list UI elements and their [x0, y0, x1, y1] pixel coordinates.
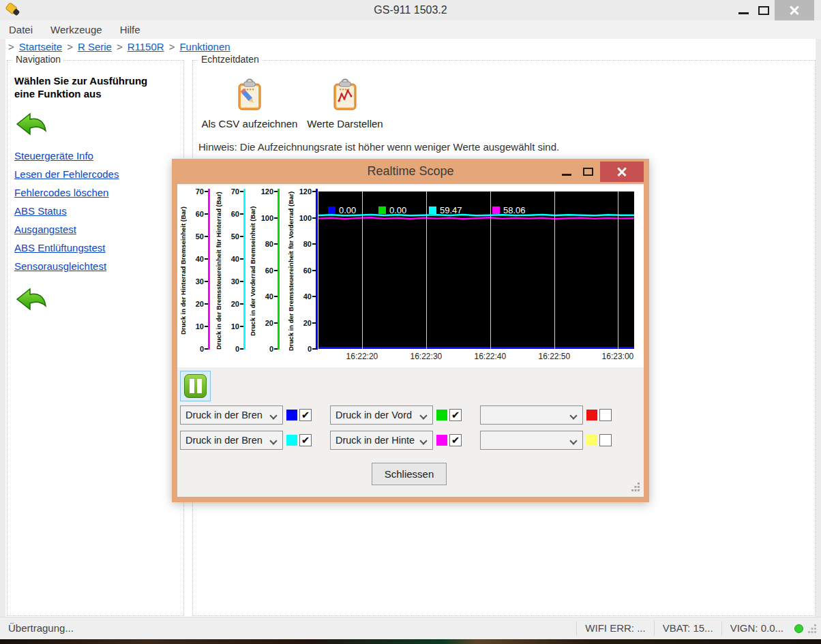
nav-link-ausgangstest[interactable]: Ausgangstest — [14, 220, 177, 239]
signal-color-swatch — [286, 435, 297, 446]
signal-dropdown[interactable]: Druck in der Bren — [180, 405, 283, 425]
signal-dropdown[interactable]: Druck in der Hinte — [330, 431, 433, 450]
chevron-down-icon — [269, 412, 277, 419]
back-arrow-icon[interactable] — [16, 285, 177, 315]
signal-checkbox[interactable] — [599, 409, 612, 421]
series-line-4 — [318, 215, 634, 215]
record-csv-action[interactable]: Als CSV aufzeichnen — [198, 78, 301, 129]
signal-selector — [480, 405, 612, 425]
nav-link-fehlercodes-loeschen[interactable]: Fehlercodes löschen — [14, 183, 177, 202]
maximize-button[interactable] — [754, 1, 775, 19]
y-tick-label: 20 — [265, 319, 273, 328]
y-tick — [312, 296, 316, 297]
navigation-group-label: Navigation — [13, 54, 63, 65]
nav-link-steuergeraete-info[interactable]: Steuergeräte Info — [14, 147, 177, 165]
window-resize-grip[interactable] — [808, 624, 817, 635]
y-tick-label: 20 — [231, 300, 239, 309]
dialog-titlebar: Realtime Scope — [172, 159, 649, 184]
signal-checkbox[interactable]: ✔ — [299, 434, 312, 446]
y-tick — [312, 348, 316, 350]
navigation-heading: Wählen Sie zur Ausführung eine Funktion … — [14, 74, 164, 100]
clipboard-pencil-icon — [235, 103, 264, 114]
plot-values-action[interactable]: Werte Darstellen — [294, 78, 396, 129]
record-csv-label: Als CSV aufzeichnen — [198, 118, 301, 129]
legend-item: 0.00 — [328, 205, 356, 215]
app-window: GS-911 1503.2 Datei Werkzeuge Hilfe > St… — [0, 0, 821, 644]
minimize-button[interactable] — [734, 1, 754, 19]
y-axis-3: Druck in der Vorderrad Bremseinheit (Bar… — [248, 191, 280, 349]
y-tick — [312, 270, 316, 271]
legend-swatch — [378, 206, 386, 214]
menu-hilfe[interactable]: Hilfe — [120, 24, 140, 35]
x-tick-label: 16:22:50 — [539, 352, 571, 361]
chevron-down-icon — [419, 437, 427, 444]
signal-checkbox[interactable]: ✔ — [449, 409, 462, 421]
signal-dropdown[interactable] — [480, 431, 583, 450]
y-tick-label: 60 — [196, 210, 204, 219]
legend-value: 0.00 — [389, 205, 406, 215]
signal-dropdown[interactable] — [480, 405, 583, 425]
breadcrumb-separator: > — [67, 41, 73, 52]
signal-checkbox[interactable] — [599, 434, 612, 446]
breadcrumb-r-serie[interactable]: R Serie — [78, 41, 112, 52]
nav-link-abs-entlueftungstest[interactable]: ABS Entlüftungstest — [14, 239, 177, 257]
breadcrumb-startseite[interactable]: Startseite — [19, 41, 62, 52]
dialog-body: Druck in der Hinterrad Bremseinheit (Bar… — [177, 184, 644, 497]
status-vbat: VBAT: 15... — [654, 621, 721, 636]
signal-color-swatch — [586, 410, 597, 420]
legend-item: 59.47 — [429, 205, 462, 215]
back-arrow-icon[interactable] — [16, 110, 177, 140]
y-axis-line — [316, 189, 318, 350]
legend-item: 58.06 — [492, 205, 526, 215]
signal-dropdown[interactable]: Druck in der Bren — [180, 431, 283, 450]
clipboard-chart-icon — [331, 103, 359, 114]
signal-checkbox[interactable]: ✔ — [449, 434, 462, 446]
legend-swatch — [429, 206, 436, 214]
y-tick — [240, 281, 243, 282]
breadcrumb-separator: > — [169, 41, 175, 52]
navigation-groupbox: Navigation Wählen Sie zur Ausführung ein… — [7, 60, 184, 616]
breadcrumb-funktionen[interactable]: Funktionen — [179, 41, 230, 52]
y-tick — [312, 191, 316, 192]
menu-datei[interactable]: Datei — [9, 24, 33, 35]
y-axis-line — [278, 189, 280, 350]
y-tick-label: 100 — [299, 214, 312, 223]
y-tick — [274, 217, 278, 219]
dialog-resize-grip[interactable] — [631, 482, 640, 494]
y-tick-label: 10 — [231, 322, 239, 331]
y-tick-label: 60 — [265, 266, 273, 275]
status-vign: VIGN: 0.0... — [721, 621, 792, 636]
series-line-3 — [318, 217, 634, 219]
dialog-maximize-button[interactable] — [578, 162, 600, 181]
y-tick-label: 60 — [231, 210, 239, 219]
y-axis-line — [208, 189, 210, 350]
echtzeitdaten-group-label: Echtzeitdaten — [198, 54, 262, 65]
signal-selector: Druck in der Bren✔ — [180, 431, 312, 450]
x-tick-label: 16:23:00 — [602, 352, 634, 361]
dialog-minimize-button[interactable] — [556, 162, 578, 181]
dialog-close-button[interactable] — [600, 162, 644, 182]
y-tick — [205, 303, 208, 305]
menu-bar: Datei Werkzeuge Hilfe — [0, 20, 821, 39]
gridline — [554, 191, 555, 349]
y-tick-label: 80 — [303, 240, 312, 249]
breadcrumb-r1150r[interactable]: R1150R — [128, 41, 164, 52]
nav-link-sensorausgleichtest[interactable]: Sensorausgleichtest — [14, 257, 177, 275]
nav-link-abs-status[interactable]: ABS Status — [14, 202, 177, 220]
signal-selector — [480, 431, 612, 450]
close-button[interactable] — [775, 0, 814, 20]
gridline — [618, 191, 618, 349]
menu-werkzeuge[interactable]: Werkzeuge — [50, 24, 102, 35]
schliessen-button[interactable]: Schliessen — [372, 463, 447, 485]
nav-link-lesen-der-fehlercodes[interactable]: Lesen der Fehlercodes — [14, 165, 177, 183]
y-tick-label: 80 — [265, 240, 273, 249]
pause-button[interactable] — [180, 371, 211, 401]
y-tick-label: 50 — [196, 232, 204, 241]
signal-dropdown[interactable]: Druck in der Vord — [330, 405, 433, 425]
y-tick — [274, 243, 278, 245]
y-tick — [274, 348, 278, 350]
scope-chart: Druck in der Hinterrad Bremseinheit (Bar… — [177, 185, 644, 367]
y-tick — [274, 191, 278, 192]
status-message: Übertragung... — [8, 622, 74, 634]
signal-checkbox[interactable]: ✔ — [299, 409, 312, 421]
